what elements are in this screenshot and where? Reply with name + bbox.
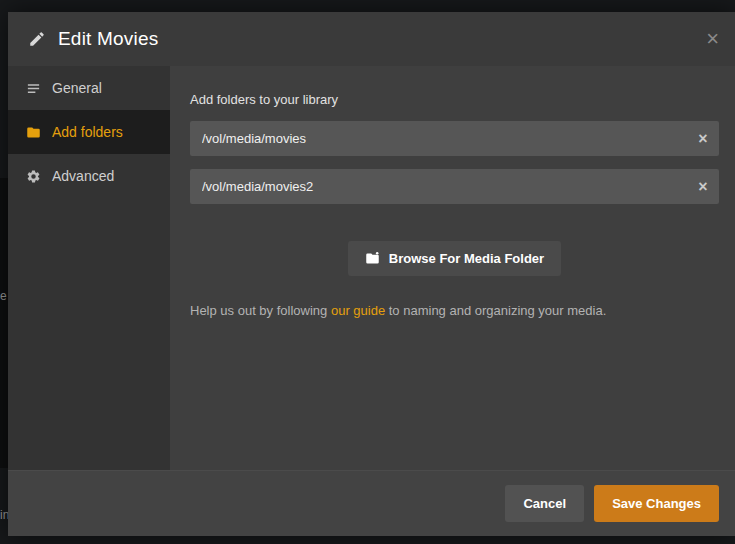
tab-general[interactable]: General (8, 66, 170, 110)
modal-body: General Add folders Advanced Add folders… (8, 66, 735, 470)
our-guide-link[interactable]: our guide (331, 303, 385, 318)
help-text-suffix: to naming and organizing your media. (385, 303, 606, 318)
remove-folder-icon[interactable]: × (687, 121, 719, 156)
modal-sidebar: General Add folders Advanced (8, 66, 170, 470)
browse-media-folder-button[interactable]: Browse For Media Folder (348, 241, 561, 276)
modal-footer: Cancel Save Changes (8, 470, 735, 536)
sidebar-item-label: Add folders (52, 124, 123, 140)
add-folders-panel: Add folders to your library × × Browse F… (170, 66, 735, 470)
folder-icon (26, 125, 41, 140)
tab-add-folders[interactable]: Add folders (8, 110, 170, 154)
folder-input-row: × (190, 169, 719, 204)
edit-pencil-icon (28, 30, 46, 48)
list-icon (26, 81, 41, 96)
browse-folder-icon (365, 251, 380, 266)
folder-path-input[interactable] (190, 121, 719, 156)
modal-header: Edit Movies × (8, 12, 735, 66)
edit-library-modal: Edit Movies × General Add folders Adv (8, 12, 735, 536)
folder-path-input[interactable] (190, 169, 719, 204)
tab-advanced[interactable]: Advanced (8, 154, 170, 198)
cancel-button[interactable]: Cancel (505, 485, 584, 522)
folder-input-row: × (190, 121, 719, 156)
browse-button-label: Browse For Media Folder (389, 251, 544, 266)
background-poster-edge (0, 178, 8, 468)
sidebar-item-label: General (52, 80, 102, 96)
section-label: Add folders to your library (190, 92, 719, 107)
help-text: Help us out by following our guide to na… (190, 303, 719, 318)
sidebar-item-label: Advanced (52, 168, 114, 184)
save-changes-button[interactable]: Save Changes (594, 485, 719, 522)
remove-folder-icon[interactable]: × (687, 169, 719, 204)
modal-title: Edit Movies (58, 28, 158, 50)
gear-icon (26, 169, 41, 184)
close-icon[interactable]: × (706, 28, 719, 50)
background-text-fragment: e (0, 289, 7, 303)
help-text-prefix: Help us out by following (190, 303, 331, 318)
